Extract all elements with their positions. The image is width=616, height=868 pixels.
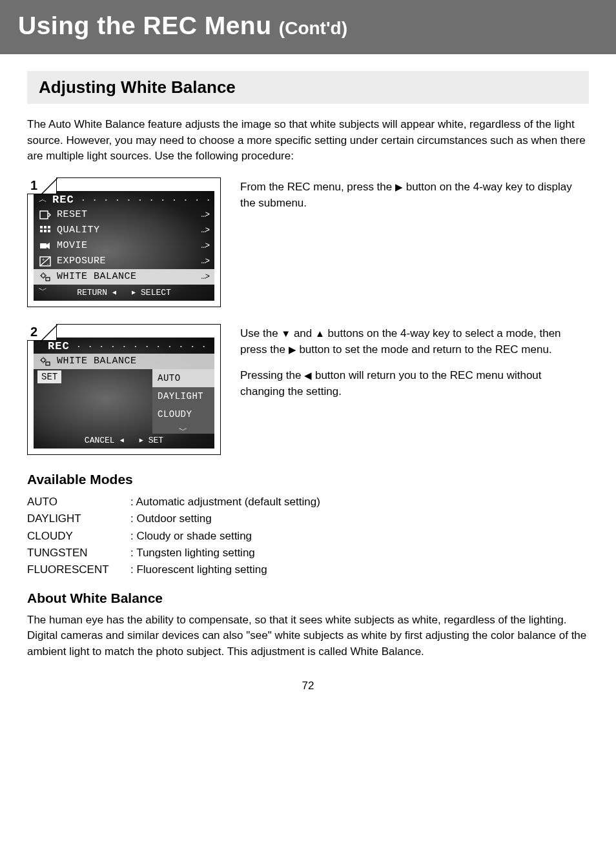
step-1-number: 1 [30,178,37,193]
svg-rect-2 [40,226,43,228]
step-1-text: From the REC menu, press the ▶ button on… [240,177,589,221]
step-1-figure: 1 ︿ REC • • • • • • • • • • • • • RESET … [27,177,221,307]
page: Using the REC Menu (Cont'd) Adjusting Wh… [0,0,616,718]
chevron-right-icon: …> [201,272,209,281]
available-modes-table: AUTO: Automatic adjustment (default sett… [27,494,589,579]
chevron-right-icon: …> [201,241,209,250]
set-label: SET [37,370,61,383]
step-2-row: 2 REC • • • • • • • • • • • • • WHITE BA… [27,324,589,455]
footer-cancel: CANCEL [85,436,115,445]
svg-line-18 [41,325,57,341]
chevron-right-icon: …> [201,210,209,219]
step-1-row: 1 ︿ REC • • • • • • • • • • • • • RESET … [27,177,589,307]
page-title-sub: (Cont'd) [279,18,347,38]
white-balance-icon [39,356,52,367]
option-auto: AUTO [152,369,214,387]
page-title-bar: Using the REC Menu (Cont'd) [0,0,616,54]
svg-rect-7 [48,230,50,232]
menu-row-reset: RESET …> [34,207,214,223]
exposure-icon: +- [39,256,52,267]
page-title-main: Using the REC Menu [18,12,279,39]
footer-return: RETURN [77,288,107,298]
svg-rect-1 [40,211,48,219]
triangle-left-icon: ◀ [304,368,312,383]
mode-row: AUTO: Automatic adjustment (default sett… [27,494,589,510]
svg-point-12 [41,274,45,278]
chevron-right-icon: …> [201,257,209,266]
svg-line-0 [41,178,57,195]
reset-icon [39,209,52,221]
page-content: Adjusting White Balance The Auto White B… [0,54,616,718]
option-daylight: DAYLIGHT [152,387,214,405]
step-2-figure: 2 REC • • • • • • • • • • • • • WHITE BA… [27,324,221,455]
screen1-title: REC [52,194,74,206]
svg-rect-24 [46,362,50,365]
triangle-right-icon: ▶ [395,180,403,195]
triangle-down-icon: ▼ [281,327,291,341]
white-balance-icon [39,271,52,283]
step-2-number: 2 [30,325,37,339]
step-2-text: Use the ▼ and ▲ buttons on the 4-way key… [240,324,589,409]
lcd-screen-1: ︿ REC • • • • • • • • • • • • • RESET …>… [34,191,214,301]
menu-row-movie: MOVIE …> [34,238,214,254]
svg-rect-4 [48,226,50,228]
svg-rect-3 [44,226,46,228]
triangle-left-icon: ◀ [112,288,116,296]
option-cloudy: CLOUDY [152,405,214,423]
section-heading: Adjusting White Balance [27,71,589,104]
svg-rect-17 [46,278,50,281]
chevron-right-icon: …> [201,226,209,235]
triangle-up-icon: ▲ [315,327,325,341]
mode-row: CLOUDY: Cloudy or shade setting [27,528,589,545]
svg-rect-8 [40,243,46,248]
triangle-right-icon: ▶ [139,436,143,444]
page-number: 72 [27,680,589,692]
up-icon: ︿ [39,194,47,205]
dots-icon: • • • • • • • • • • • • • [77,343,209,349]
menu-row-white-balance: WHITE BALANCE …> [34,269,214,285]
svg-rect-6 [44,230,46,232]
menu-row-exposure: +- EXPOSURE …> [34,254,214,269]
svg-text:-: - [46,261,49,267]
svg-point-19 [41,358,45,362]
about-heading: About White Balance [27,590,589,606]
about-text: The human eye has the ability to compens… [27,612,589,660]
screen2-title: REC [48,340,70,352]
dots-icon: • • • • • • • • • • • • • [82,197,209,203]
mode-row: TUNGSTEN: Tungsten lighting setting [27,545,589,561]
triangle-right-icon: ▶ [132,288,136,296]
mode-row: DAYLIGHT: Outdoor setting [27,510,589,527]
menu-row-white-balance: WHITE BALANCE [34,354,214,369]
triangle-right-icon: ▶ [289,343,296,358]
intro-text: The Auto White Balance feature adjusts t… [27,117,589,165]
svg-rect-5 [40,230,43,232]
svg-text:+: + [42,257,45,263]
available-modes-heading: Available Modes [27,472,589,487]
footer-select: SELECT [141,288,171,298]
mode-row: FLUORESCENT: Fluorescent lighting settin… [27,561,589,578]
movie-icon [39,240,52,252]
lcd-screen-2: REC • • • • • • • • • • • • • WHITE BALA… [34,338,214,449]
down-icon: ﹀ [152,423,214,439]
menu-row-quality: QUALITY …> [34,223,214,238]
quality-icon [39,225,52,236]
triangle-left-icon: ◀ [120,436,124,444]
options-list: AUTO DAYLIGHT CLOUDY ﹀ [152,369,214,434]
